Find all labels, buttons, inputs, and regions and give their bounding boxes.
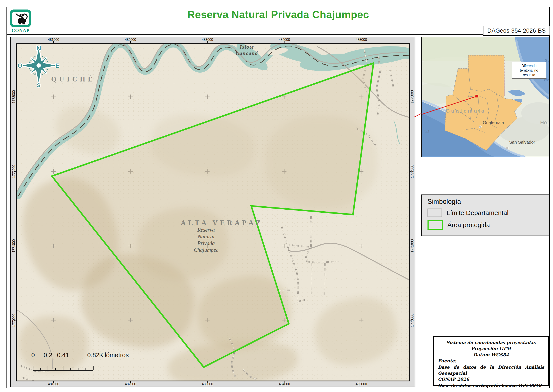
- coordinate-tick: [361, 41, 361, 43]
- header-divider: [7, 34, 549, 35]
- legend-item-departmental-limit: Límite Departamental: [428, 209, 509, 217]
- coordinate-tick: [53, 381, 54, 383]
- coordinate-tick: [410, 246, 412, 246]
- reserve-location-marker: [476, 95, 478, 98]
- inset-pointer-connector: [414, 111, 422, 118]
- territorial-dispute-annotation: Diferendo territorial no resuelto: [512, 62, 546, 79]
- crs-line: Sistema de coordenadas proyectadas: [438, 339, 544, 346]
- map-frame: N E S O QUICHÉ Islote Cancaná ALTA VERAP…: [10, 37, 415, 387]
- coordinate-bands: 4810004810004820004820004830004830004840…: [11, 37, 415, 387]
- coordinate-tick: [410, 97, 412, 97]
- inset-locator-map: Guatemala Guatemala San Salvador Ho 721 …: [421, 37, 550, 157]
- coordinate-tick: [284, 41, 284, 43]
- inset-capital-label: Guatemala: [483, 120, 504, 125]
- coordinate-tick: [130, 381, 131, 383]
- conap-logo-text: CONAP: [10, 28, 31, 33]
- san-salvador-dot: [506, 147, 509, 149]
- departmental-limit-swatch: [428, 209, 442, 217]
- coordinate-tick: [14, 320, 16, 321]
- protected-area-swatch: [428, 220, 443, 230]
- inset-map-graphic: Guatemala Guatemala San Salvador Ho 721 …: [422, 37, 549, 157]
- source-line-1: Base de datos de la Dirección Análisis G…: [438, 364, 544, 377]
- coordinate-tick: [410, 320, 412, 321]
- coordinate-tick: [130, 41, 131, 43]
- legend: Simbología Límite Departamental Área pro…: [421, 195, 550, 236]
- coordinate-tick: [53, 41, 54, 43]
- projection-line: Proyección GTM: [438, 346, 544, 352]
- coordinate-tick: [207, 381, 207, 383]
- coordinate-tick: [284, 381, 284, 383]
- document-code-box: DAGeos-354-2026-BS: [483, 26, 550, 36]
- document-code: DAGeos-354-2026-BS: [487, 28, 546, 34]
- guatemala-city-dot: [479, 126, 482, 128]
- projection-info-box: Sistema de coordenadas proyectadas Proye…: [433, 336, 549, 386]
- map-sheet: CONAP Reserva Natural Privada Chajumpec …: [0, 0, 553, 392]
- datum-line: Datum WGS84: [438, 352, 544, 358]
- source-title: Fuente:: [438, 358, 544, 364]
- page-title: Reserva Natural Privada Chajumpec: [7, 9, 550, 21]
- inset-honduras-label: Ho: [540, 120, 547, 125]
- inset-country-label: Guatemala: [446, 108, 486, 114]
- coordinate-tick: [361, 381, 361, 383]
- source-line-2: CONAP 2026: [438, 376, 544, 382]
- inset-depth-label: 721: [423, 129, 429, 133]
- source-line-3: Base de datos cartografía básica IGN 201…: [438, 383, 544, 389]
- inset-city-label: San Salvador: [509, 140, 535, 145]
- legend-title: Simbología: [428, 198, 461, 205]
- coordinate-tick: [14, 97, 16, 97]
- coordinate-tick: [410, 171, 412, 172]
- coordinate-tick: [14, 171, 16, 172]
- coordinate-tick: [207, 41, 207, 43]
- legend-item-protected-area: Área protegida: [428, 220, 490, 230]
- coordinate-tick: [14, 246, 16, 246]
